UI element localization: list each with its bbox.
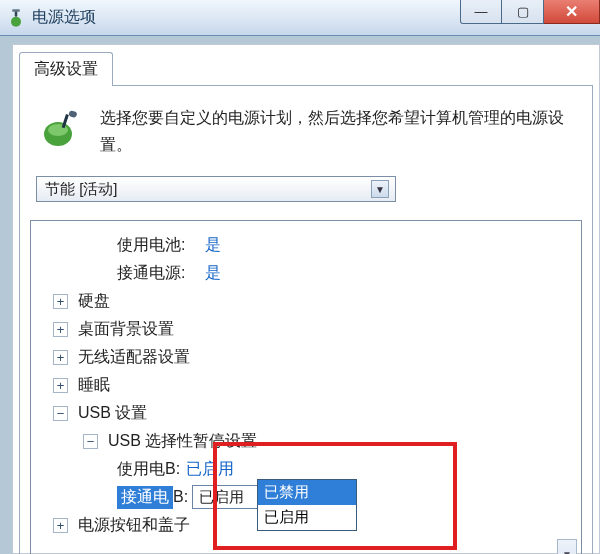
usb-ac-dropdown[interactable]: 已禁用 已启用 — [257, 479, 357, 531]
battery-label: 使用电池: — [117, 235, 199, 256]
tree-label: 电源按钮和盖子 — [78, 515, 190, 536]
tree-label: 硬盘 — [78, 291, 110, 312]
svg-point-0 — [11, 16, 21, 26]
app-icon — [6, 8, 26, 28]
power-icon — [36, 104, 84, 152]
window-title: 电源选项 — [32, 7, 96, 28]
chevron-down-icon: ▼ — [371, 180, 389, 198]
title-bar: 电源选项 — ▢ ✕ — [0, 0, 600, 36]
expander-plus-icon[interactable]: + — [53, 294, 68, 309]
usb-ac-value: 已启用 — [199, 488, 244, 507]
tree-row-desktop-bg[interactable]: + 桌面背景设置 — [39, 315, 573, 343]
window-buttons: — ▢ ✕ — [460, 0, 600, 24]
ac-label: 接通电源: — [117, 263, 199, 284]
expander-plus-icon[interactable]: + — [53, 350, 68, 365]
dropdown-option-disabled[interactable]: 已禁用 — [258, 480, 356, 505]
maximize-button[interactable]: ▢ — [502, 0, 544, 24]
expander-plus-icon[interactable]: + — [53, 378, 68, 393]
usb-battery-label-tail: B: — [165, 460, 180, 478]
intro-block: 选择您要自定义的电源计划，然后选择您希望计算机管理的电源设置。 — [30, 100, 582, 176]
intro-text: 选择您要自定义的电源计划，然后选择您希望计算机管理的电源设置。 — [100, 104, 576, 158]
tree-label: 桌面背景设置 — [78, 319, 174, 340]
expander-minus-icon[interactable]: − — [83, 434, 98, 449]
tree-row-wireless[interactable]: + 无线适配器设置 — [39, 343, 573, 371]
tree-row-usb[interactable]: − USB 设置 — [39, 399, 573, 427]
usb-ac-label-tail: B: — [173, 488, 188, 506]
tree-row-battery-top[interactable]: 使用电池: 是 — [39, 231, 573, 259]
usb-ac-label: 接通电 — [121, 488, 169, 505]
svg-rect-6 — [68, 110, 77, 118]
dialog-client-area: 高级设置 选择您要自定义的电源计划，然后选择您希望计算机管理的电源设置。 节能 … — [12, 44, 600, 554]
usb-battery-label: 使用电 — [117, 459, 165, 480]
tree-label: 无线适配器设置 — [78, 347, 190, 368]
tree-row-sleep[interactable]: + 睡眠 — [39, 371, 573, 399]
ac-value-link[interactable]: 是 — [205, 263, 221, 284]
expander-minus-icon[interactable]: − — [53, 406, 68, 421]
expander-plus-icon[interactable]: + — [53, 518, 68, 533]
tab-advanced-settings[interactable]: 高级设置 — [19, 52, 113, 86]
tree-row-ac-top[interactable]: 接通电源: 是 — [39, 259, 573, 287]
dropdown-option-enabled[interactable]: 已启用 — [258, 505, 356, 530]
battery-value-link[interactable]: 是 — [205, 235, 221, 256]
tab-panel: 选择您要自定义的电源计划，然后选择您希望计算机管理的电源设置。 节能 [活动] … — [19, 85, 593, 554]
usb-battery-value-link[interactable]: 已启用 — [186, 459, 234, 480]
tree-label: 睡眠 — [78, 375, 110, 396]
tab-strip: 高级设置 — [19, 51, 593, 85]
close-button[interactable]: ✕ — [544, 0, 600, 24]
settings-tree-container: 使用电池: 是 接通电源: 是 + 硬盘 + 桌面背景设置 + 无线适配器 — [30, 220, 582, 554]
power-plan-value: 节能 [活动] — [45, 180, 118, 199]
svg-rect-2 — [12, 9, 20, 12]
chevron-down-icon: ▼ — [562, 549, 572, 554]
tree-row-usb-suspend[interactable]: − USB 选择性暂停设置 — [39, 427, 573, 455]
power-plan-combo[interactable]: 节能 [活动] ▼ — [36, 176, 396, 202]
tree-label: USB 选择性暂停设置 — [108, 431, 257, 452]
expander-plus-icon[interactable]: + — [53, 322, 68, 337]
tree-label: USB 设置 — [78, 403, 147, 424]
tree-row-hdd[interactable]: + 硬盘 — [39, 287, 573, 315]
minimize-button[interactable]: — — [460, 0, 502, 24]
tree-scrollbar-down[interactable]: ▼ — [557, 539, 577, 554]
